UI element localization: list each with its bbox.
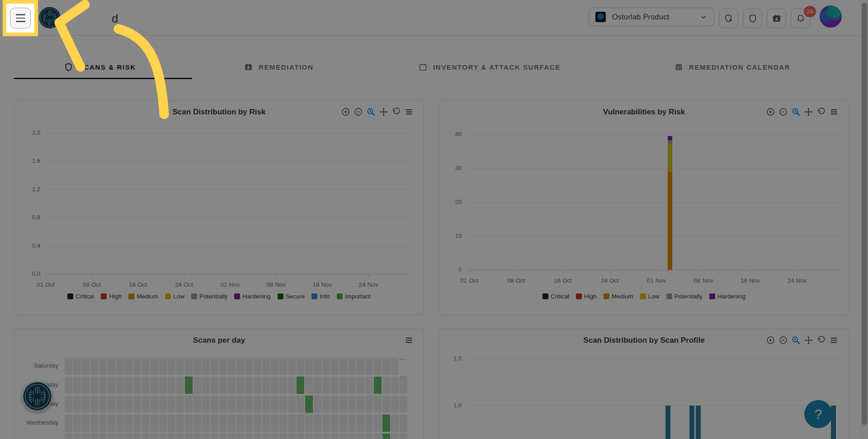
menu-highlight-box [3,0,38,36]
ostorlab-dashboard: d Ostorlab Product 24 SCANS & RISK REMED… [0,0,868,439]
menu-highlight-stage [6,4,34,33]
menu-button[interactable] [10,8,31,28]
tutorial-overlay [0,0,868,439]
hamburger-icon [16,14,25,15]
